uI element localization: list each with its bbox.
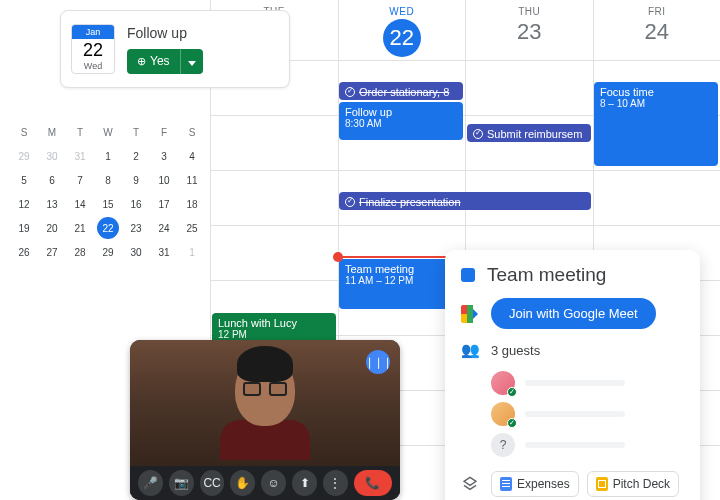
date-chip: Jan 22 Wed <box>71 24 115 74</box>
mini-cal-day[interactable]: 20 <box>38 216 66 240</box>
day-header-thu[interactable]: THU 23 <box>465 0 593 60</box>
event-detail-title: Team meeting <box>487 264 606 286</box>
guest-row[interactable]: ✓ <box>491 371 684 395</box>
mini-cal-day[interactable]: 14 <box>66 192 94 216</box>
day-header-wed[interactable]: WED 22 <box>338 0 466 60</box>
guest-row[interactable]: ✓ <box>491 402 684 426</box>
mini-cal-day[interactable]: 4 <box>178 144 206 168</box>
guest-row[interactable]: ? <box>491 433 684 457</box>
mini-cal-day[interactable]: 29 <box>10 144 38 168</box>
mini-cal-day[interactable]: 1 <box>178 240 206 264</box>
camera-button[interactable]: 📷 <box>169 470 194 496</box>
mini-cal-day[interactable]: 5 <box>10 168 38 192</box>
date-chip-dow: Wed <box>72 61 114 73</box>
raise-hand-button[interactable]: ✋ <box>230 470 255 496</box>
guest-name-placeholder <box>525 380 625 386</box>
mini-cal-day[interactable]: 25 <box>178 216 206 240</box>
guest-avatar-unknown: ? <box>491 433 515 457</box>
day-header-fri[interactable]: FRI 24 <box>593 0 721 60</box>
mini-cal-day[interactable]: 16 <box>122 192 150 216</box>
date-chip-day: 22 <box>72 39 114 61</box>
mini-cal-day[interactable]: 9 <box>122 168 150 192</box>
mic-button[interactable]: 🎤 <box>138 470 163 496</box>
google-doc-icon <box>500 477 512 491</box>
event-color-swatch <box>461 268 475 282</box>
mini-cal-day[interactable]: 27 <box>38 240 66 264</box>
date-chip-month: Jan <box>72 25 114 39</box>
dow-label: THU <box>466 6 593 17</box>
attachment-pitch-deck[interactable]: Pitch Deck <box>587 471 679 497</box>
event-focus-time[interactable]: Focus time 8 – 10 AM <box>594 82 718 166</box>
rsvp-dropdown-button[interactable] <box>180 49 203 74</box>
mini-cal-dow: M <box>38 120 66 144</box>
rsvp-yes-button[interactable]: ⊕Yes <box>127 49 180 74</box>
checkmark-icon <box>473 129 483 139</box>
mini-cal-day[interactable]: 30 <box>122 240 150 264</box>
mini-cal-day[interactable]: 2 <box>122 144 150 168</box>
guest-name-placeholder <box>525 442 625 448</box>
dow-label: FRI <box>594 6 721 17</box>
captions-button[interactable]: CC <box>200 470 225 496</box>
join-meet-button[interactable]: Join with Google Meet <box>491 298 656 329</box>
mini-cal-day[interactable]: 10 <box>150 168 178 192</box>
mini-cal-day[interactable]: 28 <box>66 240 94 264</box>
speaking-indicator-icon: ❘❘❘ <box>366 350 390 374</box>
mini-calendar: SMTWTFS 29303112345678910111213141516171… <box>10 120 206 264</box>
rsvp-icon: ⊕ <box>137 55 146 68</box>
dom-label: 24 <box>594 19 721 45</box>
chevron-down-icon <box>188 61 196 66</box>
event-finalize-presentation[interactable]: Finalize presentation <box>339 192 591 210</box>
accepted-status-icon: ✓ <box>507 418 517 428</box>
mini-cal-day[interactable]: 1 <box>94 144 122 168</box>
event-order-stationary[interactable]: Order stationary, 8 <box>339 82 463 100</box>
event-detail-popup: Team meeting Join with Google Meet 👥 3 g… <box>445 250 700 500</box>
guest-list: ✓ ✓ ? <box>491 371 684 457</box>
reactions-button[interactable]: ☺ <box>261 470 286 496</box>
mini-cal-dow: F <box>150 120 178 144</box>
mini-cal-day[interactable]: 3 <box>150 144 178 168</box>
dom-label: 23 <box>466 19 593 45</box>
guests-count: 3 guests <box>491 343 540 358</box>
mini-cal-dow: T <box>122 120 150 144</box>
video-participant <box>220 354 310 459</box>
mini-cal-day[interactable]: 18 <box>178 192 206 216</box>
google-meet-icon <box>461 305 479 323</box>
mini-cal-day[interactable]: 31 <box>66 144 94 168</box>
mini-cal-day[interactable]: 30 <box>38 144 66 168</box>
video-call-window: ❘❘❘ 🎤 📷 CC ✋ ☺ ⬆ ⋮ 📞 <box>130 340 400 500</box>
mini-cal-day[interactable]: 24 <box>150 216 178 240</box>
end-call-button[interactable]: 📞 <box>354 470 392 496</box>
mini-cal-day[interactable]: 26 <box>10 240 38 264</box>
event-card-title: Follow up <box>127 25 203 41</box>
video-call-toolbar: 🎤 📷 CC ✋ ☺ ⬆ ⋮ 📞 <box>130 466 400 500</box>
checkmark-icon <box>345 87 355 97</box>
mini-cal-day[interactable]: 13 <box>38 192 66 216</box>
dow-label: WED <box>339 6 466 17</box>
dom-label-selected: 22 <box>383 19 421 57</box>
mini-cal-day[interactable]: 23 <box>122 216 150 240</box>
mini-cal-day[interactable]: 15 <box>94 192 122 216</box>
mini-cal-day[interactable]: 21 <box>66 216 94 240</box>
attachment-expenses[interactable]: Expenses <box>491 471 579 497</box>
mini-cal-day[interactable]: 12 <box>10 192 38 216</box>
mini-cal-day[interactable]: 17 <box>150 192 178 216</box>
mini-cal-day[interactable]: 6 <box>38 168 66 192</box>
event-follow-up[interactable]: Follow up 8:30 AM <box>339 102 463 140</box>
mini-cal-day[interactable]: 7 <box>66 168 94 192</box>
mini-cal-dow: S <box>178 120 206 144</box>
mini-cal-day[interactable]: 11 <box>178 168 206 192</box>
event-quick-card: Jan 22 Wed Follow up ⊕Yes <box>60 10 290 88</box>
mini-cal-day[interactable]: 8 <box>94 168 122 192</box>
google-slides-icon <box>596 477 608 491</box>
more-options-button[interactable]: ⋮ <box>323 470 348 496</box>
event-submit-reimbursement[interactable]: Submit reimbursem <box>467 124 591 142</box>
accepted-status-icon: ✓ <box>507 387 517 397</box>
mini-cal-day[interactable]: 19 <box>10 216 38 240</box>
mini-calendar-table: SMTWTFS 29303112345678910111213141516171… <box>10 120 206 264</box>
mini-cal-day[interactable]: 22 <box>94 216 122 240</box>
mini-cal-day[interactable]: 31 <box>150 240 178 264</box>
attachment-icon <box>461 476 479 492</box>
mini-cal-day[interactable]: 29 <box>94 240 122 264</box>
present-button[interactable]: ⬆ <box>292 470 317 496</box>
mini-cal-dow: T <box>66 120 94 144</box>
